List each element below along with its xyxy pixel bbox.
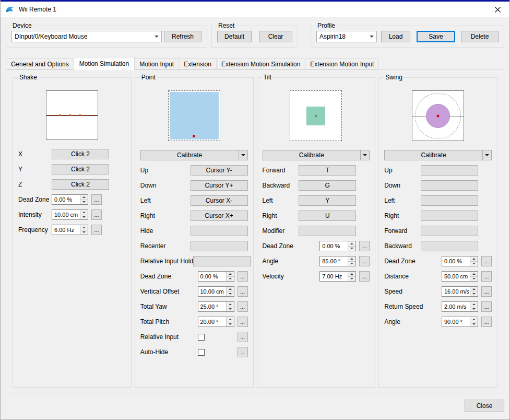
- swing-down-button[interactable]: [421, 180, 478, 191]
- tilt-velocity-spinbox[interactable]: 7.00 Hz: [319, 271, 356, 282]
- tilt-backward-button[interactable]: G: [299, 180, 356, 191]
- swing-forward-button[interactable]: [421, 226, 478, 236]
- point-vertical-offset-spinbox[interactable]: 10.00 cm: [198, 286, 234, 297]
- spin-down-button[interactable]: [80, 230, 88, 235]
- load-button[interactable]: Load: [381, 31, 410, 42]
- close-button[interactable]: Close: [465, 400, 504, 412]
- point-left-button[interactable]: Cursor X-: [191, 195, 248, 206]
- swing-angle-advanced-button[interactable]: ...: [481, 317, 492, 327]
- point-hide-button[interactable]: [191, 226, 248, 236]
- spin-up-button[interactable]: [227, 302, 234, 307]
- swing-distance-advanced-button[interactable]: ...: [481, 271, 492, 282]
- tilt-angle-advanced-button[interactable]: ...: [359, 256, 370, 266]
- point-up-button[interactable]: Cursor Y-: [191, 165, 248, 176]
- tilt-velocity-advanced-button[interactable]: ...: [359, 271, 370, 282]
- point-right-button[interactable]: Cursor X+: [191, 211, 248, 221]
- shake-y-button[interactable]: Click 2: [52, 164, 109, 174]
- spin-up-button[interactable]: [470, 287, 478, 292]
- tab-motion-input[interactable]: Motion Input: [134, 59, 179, 69]
- point-relative-input-advanced-button[interactable]: ...: [238, 332, 248, 342]
- swing-speed-advanced-button[interactable]: ...: [481, 286, 492, 297]
- spin-up-button[interactable]: [348, 272, 355, 277]
- tilt-dead-zone-spinbox[interactable]: 0.00 %: [319, 241, 356, 251]
- swing-speed-spinbox[interactable]: 16.00 m/s: [442, 286, 478, 297]
- spin-up-button[interactable]: [348, 256, 355, 262]
- spin-down-button[interactable]: [227, 307, 234, 312]
- swing-distance-spinbox[interactable]: 50.00 cm: [442, 271, 478, 282]
- point-recenter-button[interactable]: [191, 241, 248, 251]
- spin-down-button[interactable]: [348, 277, 355, 282]
- spin-up-button[interactable]: [80, 195, 88, 200]
- swing-up-button[interactable]: [421, 165, 478, 176]
- spin-up-button[interactable]: [470, 302, 478, 307]
- point-relative-input-checkbox[interactable]: [198, 334, 205, 341]
- swing-backward-button[interactable]: [421, 241, 478, 251]
- spin-down-button[interactable]: [227, 322, 234, 327]
- tab-extension-motion-simulation[interactable]: Extension Motion Simulation: [216, 59, 305, 69]
- point-vertical-offset-advanced-button[interactable]: ...: [238, 286, 248, 297]
- tilt-modifier-button[interactable]: [299, 226, 356, 236]
- spin-down-button[interactable]: [348, 247, 355, 251]
- default-button[interactable]: Default: [217, 31, 252, 42]
- spin-up-button[interactable]: [227, 287, 234, 292]
- device-combobox[interactable]: DInput/0/Keyboard Mouse: [11, 31, 162, 42]
- point-auto-hide-advanced-button[interactable]: ...: [238, 347, 248, 357]
- point-relative-input-hold-button[interactable]: [193, 256, 251, 266]
- spin-down-button[interactable]: [470, 277, 478, 282]
- spin-down-button[interactable]: [80, 200, 88, 205]
- tilt-forward-button[interactable]: T: [299, 165, 356, 176]
- tilt-left-button[interactable]: Y: [299, 195, 356, 206]
- spin-up-button[interactable]: [470, 256, 478, 262]
- shake-dead-zone-advanced-button[interactable]: ...: [91, 194, 102, 205]
- spin-down-button[interactable]: [227, 277, 234, 282]
- swing-return-speed-advanced-button[interactable]: ...: [481, 301, 492, 312]
- spin-up-button[interactable]: [80, 210, 88, 215]
- shake-dead-zone-spinbox[interactable]: 0.00 %: [52, 194, 88, 205]
- point-total-yaw-advanced-button[interactable]: ...: [238, 301, 248, 312]
- spin-up-button[interactable]: [80, 225, 88, 230]
- spin-down-button[interactable]: [348, 262, 355, 266]
- spin-up-button[interactable]: [227, 272, 234, 277]
- point-total-pitch-advanced-button[interactable]: ...: [238, 317, 248, 327]
- clear-button[interactable]: Clear: [259, 31, 292, 42]
- profile-combobox[interactable]: Aspirin18: [316, 31, 377, 42]
- spin-up-button[interactable]: [470, 272, 478, 277]
- spin-down-button[interactable]: [470, 292, 478, 297]
- swing-angle-spinbox[interactable]: 90.00 °: [442, 317, 478, 327]
- spin-down-button[interactable]: [470, 262, 478, 266]
- shake-frequency-advanced-button[interactable]: ...: [91, 225, 102, 235]
- tab-motion-simulation[interactable]: Motion Simulation: [74, 57, 135, 70]
- tilt-calibrate-button[interactable]: Calibrate: [263, 150, 370, 160]
- save-button[interactable]: Save: [417, 31, 455, 42]
- close-window-button[interactable]: [485, 2, 509, 17]
- tab-extension[interactable]: Extension: [179, 59, 217, 69]
- shake-intensity-advanced-button[interactable]: ...: [91, 209, 102, 220]
- swing-left-button[interactable]: [421, 195, 478, 206]
- point-down-button[interactable]: Cursor Y+: [191, 180, 248, 191]
- point-dead-zone-spinbox[interactable]: 0.00 %: [198, 271, 234, 282]
- tilt-angle-spinbox[interactable]: 85.00 °: [319, 256, 356, 266]
- spin-up-button[interactable]: [470, 317, 478, 322]
- shake-z-button[interactable]: Click 2: [52, 179, 109, 190]
- point-calibrate-button[interactable]: Calibrate: [140, 150, 248, 160]
- point-total-yaw-spinbox[interactable]: 25.00 °: [198, 301, 234, 312]
- swing-return-speed-spinbox[interactable]: 2.00 m/s: [442, 301, 478, 312]
- spin-down-button[interactable]: [470, 307, 478, 312]
- spin-down-button[interactable]: [227, 292, 234, 297]
- spin-down-button[interactable]: [80, 215, 88, 220]
- tilt-right-button[interactable]: U: [299, 211, 356, 221]
- delete-button[interactable]: Delete: [461, 31, 499, 42]
- point-total-pitch-spinbox[interactable]: 20.00 °: [198, 317, 234, 327]
- spin-up-button[interactable]: [227, 317, 234, 322]
- spin-down-button[interactable]: [470, 322, 478, 327]
- swing-dead-zone-spinbox[interactable]: 0.00 %: [442, 256, 478, 266]
- point-auto-hide-checkbox[interactable]: [198, 349, 205, 356]
- tab-extension-motion-input[interactable]: Extension Motion Input: [305, 59, 379, 69]
- swing-right-button[interactable]: [421, 211, 478, 221]
- point-dead-zone-advanced-button[interactable]: ...: [238, 271, 248, 282]
- refresh-button[interactable]: Refresh: [164, 31, 201, 42]
- shake-intensity-spinbox[interactable]: 10.00 cm: [52, 209, 88, 220]
- tab-general-and-options[interactable]: General and Options: [6, 59, 74, 69]
- shake-frequency-spinbox[interactable]: 6.00 Hz: [52, 225, 88, 235]
- spin-up-button[interactable]: [348, 241, 355, 247]
